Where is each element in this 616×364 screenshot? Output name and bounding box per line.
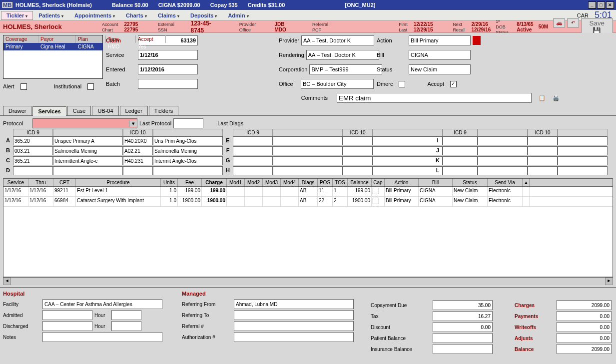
undo-icon[interactable]: ↶ [567, 18, 579, 27]
patient-balance-input[interactable] [433, 333, 493, 343]
icd10-code-B[interactable] [123, 146, 153, 155]
protocol-combo[interactable]: ▾ [32, 118, 137, 128]
referring-from-input[interactable] [234, 299, 354, 309]
icd10-desc-D[interactable] [153, 166, 223, 175]
minimize-button[interactable]: _ [588, 1, 596, 8]
action-input[interactable] [409, 35, 471, 45]
menu-claims[interactable]: Claims▾ [152, 11, 185, 20]
insurance-balance-input[interactable] [433, 344, 493, 354]
icd9-code-E[interactable] [233, 136, 273, 145]
office-input[interactable] [301, 79, 374, 89]
tab-ledger[interactable]: Ledger [120, 106, 148, 115]
icd10-code-J[interactable] [528, 146, 558, 155]
icd9-code-C[interactable] [13, 156, 53, 165]
icd10-code-I[interactable] [528, 136, 558, 145]
tab-case[interactable]: Case [67, 106, 91, 115]
icd9-desc-L[interactable] [478, 166, 528, 175]
icd9-code-A[interactable] [13, 136, 53, 145]
notes-input[interactable] [42, 332, 162, 342]
icd10-code-K[interactable] [528, 156, 558, 165]
coverage-row[interactable]: PrimaryCigna HealCIGNAHMOYes [3, 43, 102, 50]
icd9-desc-B[interactable] [53, 146, 123, 155]
action-icon[interactable] [473, 36, 481, 45]
icd10-code-L[interactable] [528, 166, 558, 175]
icd10-code-A[interactable] [123, 136, 153, 145]
icd10-desc-F[interactable] [373, 146, 443, 155]
icd9-code-I[interactable] [443, 136, 478, 145]
icd9-code-D[interactable] [13, 166, 53, 175]
discharged-input[interactable] [42, 321, 92, 331]
icd9-code-J[interactable] [443, 146, 478, 155]
admitted-input[interactable] [42, 310, 92, 320]
rendering-input[interactable] [306, 50, 379, 60]
menu-patients[interactable]: Patients▾ [33, 11, 69, 20]
discharged-hour-input[interactable] [111, 321, 141, 331]
icd9-code-B[interactable] [13, 146, 53, 155]
last-protocol-input[interactable] [173, 118, 203, 128]
referral-num-input[interactable] [234, 321, 354, 331]
tab-ub04[interactable]: UB-04 [92, 106, 118, 115]
menu-admin[interactable]: Admin▾ [222, 11, 254, 20]
entered-date-input[interactable] [138, 64, 198, 74]
icd9-desc-C[interactable] [53, 156, 123, 165]
icd9-desc-F[interactable] [273, 146, 343, 155]
bill-input[interactable] [409, 50, 471, 60]
service-date-input[interactable] [138, 50, 198, 60]
referring-to-input[interactable] [234, 310, 354, 320]
icd9-code-L[interactable] [443, 166, 478, 175]
icd10-code-F[interactable] [343, 146, 373, 155]
icd10-code-E[interactable] [343, 136, 373, 145]
accept-checkbox[interactable] [450, 81, 457, 87]
comments-input[interactable] [337, 93, 532, 103]
icd9-desc-E[interactable] [273, 136, 343, 145]
icd10-desc-B[interactable] [153, 146, 223, 155]
service-row[interactable]: 1/12/161/12/1666984Cataract Surgery With… [3, 197, 613, 207]
discount-input[interactable] [433, 322, 493, 332]
maximize-button[interactable]: □ [597, 1, 605, 8]
institutional-checkbox[interactable] [87, 83, 94, 90]
facility-input[interactable] [42, 299, 162, 309]
icd10-desc-L[interactable] [558, 166, 608, 175]
icd10-code-C[interactable] [123, 156, 153, 165]
tab-services[interactable]: Services [32, 106, 66, 116]
icd10-code-D[interactable] [123, 166, 153, 175]
service-row[interactable]: 1/12/161/12/1699211Est Pt Level 11.0199.… [3, 187, 613, 197]
icd9-desc-K[interactable] [478, 156, 528, 165]
close-button[interactable]: ✕ [606, 1, 614, 8]
tab-ticklers[interactable]: Ticklers [149, 106, 178, 115]
tab-drawer[interactable]: Drawer [3, 106, 31, 115]
icd9-desc-I[interactable] [478, 136, 528, 145]
menu-charts[interactable]: Charts▾ [120, 11, 152, 20]
menu-appointments[interactable]: Appointments▾ [69, 11, 120, 20]
alert-checkbox[interactable] [20, 83, 27, 90]
admitted-hour-input[interactable] [111, 310, 141, 320]
icd9-desc-H[interactable] [273, 166, 343, 175]
batch-input[interactable] [138, 79, 198, 89]
icd9-desc-G[interactable] [273, 156, 343, 165]
auth-num-input[interactable] [234, 332, 354, 342]
icd9-code-H[interactable] [233, 166, 273, 175]
vehicle-icon[interactable]: 🚗 [553, 18, 565, 27]
icd10-desc-A[interactable] [153, 136, 223, 145]
icd9-code-F[interactable] [233, 146, 273, 155]
copay-input[interactable] [433, 300, 493, 310]
icd10-code-H[interactable] [343, 166, 373, 175]
status-input[interactable] [409, 64, 471, 74]
icd10-desc-G[interactable] [373, 156, 443, 165]
corporation-input[interactable] [309, 64, 382, 74]
icd9-desc-D[interactable] [53, 166, 123, 175]
print-icon[interactable]: 🖨️ [553, 95, 560, 101]
tax-input[interactable] [433, 311, 493, 321]
icd10-desc-E[interactable] [373, 136, 443, 145]
icd10-desc-H[interactable] [373, 166, 443, 175]
icd10-desc-K[interactable] [558, 156, 608, 165]
icd9-code-K[interactable] [443, 156, 478, 165]
icd10-desc-C[interactable] [153, 156, 223, 165]
icd9-desc-J[interactable] [478, 146, 528, 155]
menu-deposits[interactable]: Deposits▾ [185, 11, 222, 20]
dmerc-checkbox[interactable] [399, 81, 405, 87]
icd10-desc-J[interactable] [558, 146, 608, 155]
hscrollbar[interactable]: ◄► [3, 277, 613, 285]
menu-tickler[interactable]: Tickler▾ [1, 11, 33, 20]
provider-input[interactable] [301, 35, 374, 45]
